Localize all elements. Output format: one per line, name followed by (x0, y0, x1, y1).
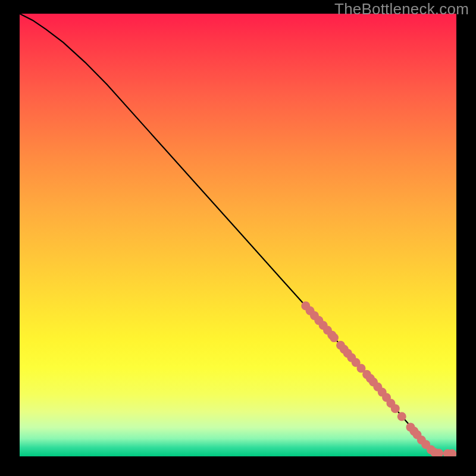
curve-svg (20, 14, 456, 456)
marker-point (391, 404, 400, 413)
plot-area (20, 14, 456, 456)
curve-line (20, 14, 456, 454)
marker-point (397, 412, 406, 421)
marker-point (330, 333, 339, 342)
chart-frame: TheBottleneck.com (0, 0, 476, 476)
watermark-text: TheBottleneck.com (334, 0, 469, 18)
curve-markers (301, 302, 456, 456)
